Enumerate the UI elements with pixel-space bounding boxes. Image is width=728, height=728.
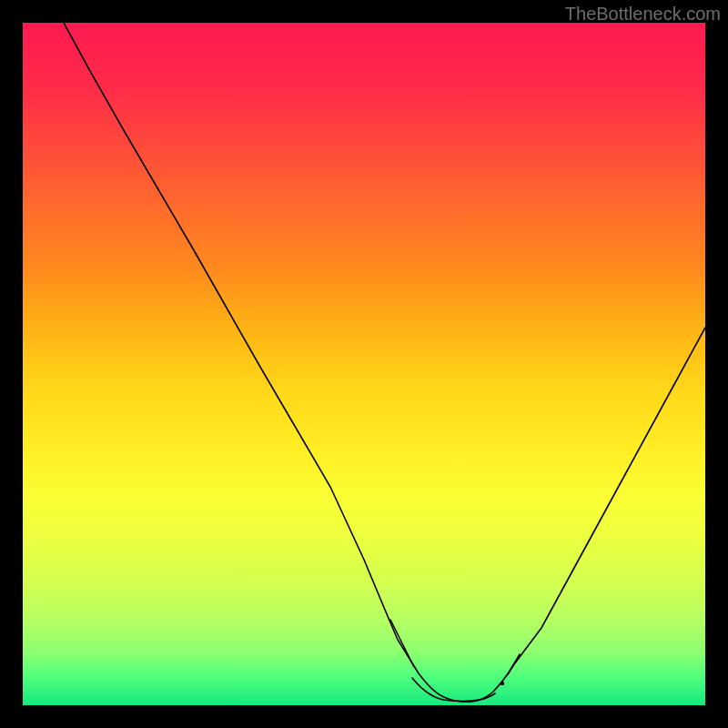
watermark-text: TheBottleneck.com bbox=[565, 4, 721, 25]
plot-area bbox=[23, 23, 705, 705]
optimal-marker-left bbox=[390, 620, 414, 667]
curve-sample-dot bbox=[500, 682, 504, 685]
bottleneck-curve bbox=[64, 23, 705, 702]
curve-svg bbox=[23, 23, 705, 705]
optimal-marker-right bbox=[508, 654, 520, 674]
chart-frame: TheBottleneck.com bbox=[0, 0, 728, 728]
